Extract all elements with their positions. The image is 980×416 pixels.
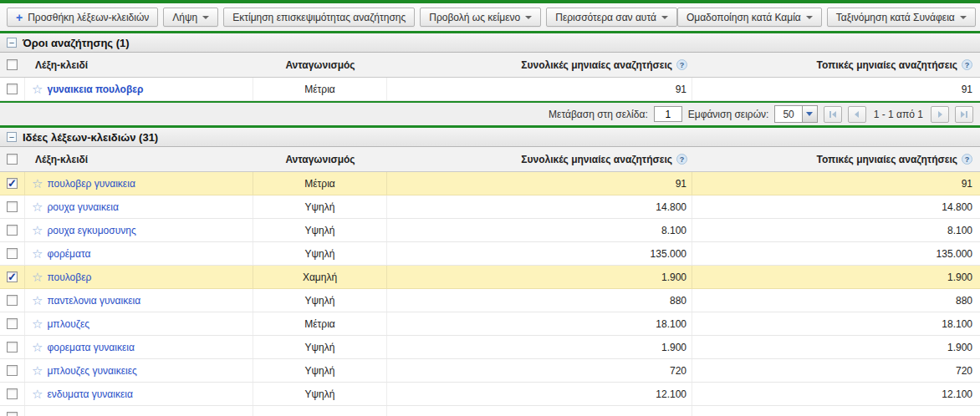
local-searches-cell: 135.000 xyxy=(692,242,980,265)
toolbar-button[interactable]: + Περισσότερα σαν αυτά xyxy=(546,8,677,27)
keyword-link[interactable]: μπλουζες xyxy=(47,318,89,330)
page-number-input[interactable] xyxy=(654,106,682,122)
chevron-down-icon xyxy=(661,16,668,19)
select-all-checkbox[interactable] xyxy=(7,59,18,70)
keyword-link[interactable]: ενδυματα γυναικεια xyxy=(47,388,132,400)
keyword-link[interactable]: γυναικεια πουλοβερ xyxy=(47,84,143,95)
collapse-icon[interactable]: − xyxy=(7,38,17,48)
section-title: Όροι αναζήτησης (1) xyxy=(23,37,130,49)
star-icon[interactable]: ☆ xyxy=(32,364,43,377)
star-icon[interactable]: ☆ xyxy=(32,271,43,283)
table-row: ☆ φορέματα Υψηλή 135.000 135.000 xyxy=(0,242,980,266)
next-page-button[interactable] xyxy=(931,106,949,123)
row-checkbox[interactable] xyxy=(7,271,18,282)
column-header-total-searches: Συνολικές μηνιαίες αναζητήσεις xyxy=(521,59,672,71)
toolbar-button[interactable]: + Ταξινόμηση κατά Συνάφεια xyxy=(827,8,976,27)
toolbar-left-group: + Προσθήκη λέξεων-κλειδιών + Λήψη + Εκτί… xyxy=(7,8,677,27)
local-searches-cell: 14.800 xyxy=(692,195,980,218)
star-icon[interactable]: ☆ xyxy=(32,177,43,190)
last-page-button[interactable] xyxy=(955,106,973,123)
table-row: ☆ μπλουζες Μέτρια 18.100 18.100 xyxy=(0,312,980,336)
keyword-link[interactable]: πουλοβερ xyxy=(47,271,91,283)
star-icon[interactable]: ☆ xyxy=(32,247,43,260)
toolbar-button[interactable]: + Προβολή ως κείμενο xyxy=(420,8,541,27)
row-checkbox[interactable] xyxy=(7,84,18,94)
keyword-link[interactable]: παντελονια γυναικεια xyxy=(47,295,140,307)
page-range-text: 1 - 1 από 1 xyxy=(874,109,923,120)
total-searches-cell: 12.100 xyxy=(387,383,692,405)
local-searches-cell: 8.100 xyxy=(692,219,980,241)
keyword-link[interactable]: πουλοβερ γυναικεια xyxy=(47,178,135,190)
local-searches-cell: 18.100 xyxy=(692,312,980,335)
row-checkbox[interactable] xyxy=(7,342,18,353)
table-row: ☆ ενδυματα γυναικεια Υψηλή 12.100 12.100 xyxy=(0,383,980,406)
collapse-icon[interactable]: − xyxy=(7,132,17,142)
table-header-keyword-ideas: Λέξη-κλειδί Ανταγωνισμός Συνολικές μηνια… xyxy=(0,147,980,172)
column-header-competition: Ανταγωνισμός xyxy=(285,59,355,71)
star-icon[interactable]: ☆ xyxy=(32,317,43,330)
first-page-button[interactable] xyxy=(824,106,842,123)
first-page-icon xyxy=(832,111,836,118)
help-icon[interactable]: ? xyxy=(676,59,687,70)
column-header-local-searches: Τοπικές μηνιαίες αναζητήσεις xyxy=(817,154,957,165)
section-title: Ιδέες λέξεων-κλειδιών (31) xyxy=(23,131,158,144)
row-checkbox[interactable] xyxy=(7,295,18,306)
rows-per-page-label: Εμφάνιση σειρών: xyxy=(688,109,769,120)
row-checkbox[interactable] xyxy=(7,412,18,416)
goto-page-label: Μετάβαση στη σελίδα: xyxy=(549,109,648,120)
next-page-icon xyxy=(938,111,942,118)
keyword-ideas-rows: ☆ πουλοβερ γυναικεια Μέτρια 91 91 ☆ ρουχ… xyxy=(0,172,980,406)
help-icon[interactable]: ? xyxy=(962,59,972,70)
row-checkbox[interactable] xyxy=(7,388,18,399)
total-searches-cell: 14.800 xyxy=(387,195,692,218)
toolbar-button[interactable]: + Λήψη xyxy=(163,8,218,27)
star-icon[interactable]: ☆ xyxy=(32,294,43,307)
row-checkbox[interactable] xyxy=(7,365,18,376)
local-searches-cell: 880 xyxy=(692,289,980,312)
table-row: ☆ πουλοβερ γυναικεια Μέτρια 91 91 xyxy=(0,172,980,195)
row-checkbox[interactable] xyxy=(7,201,18,212)
chevron-down-icon xyxy=(806,16,813,19)
rows-per-page-select[interactable]: 50 xyxy=(774,105,817,123)
star-icon[interactable]: ☆ xyxy=(32,224,43,236)
competition-cell: Υψηλή xyxy=(253,195,387,218)
column-header-keyword: Λέξη-κλειδί xyxy=(35,154,88,165)
competition-cell: Μέτρια xyxy=(253,78,387,100)
star-icon[interactable]: ☆ xyxy=(32,83,43,95)
table-row-partial xyxy=(0,406,980,416)
local-searches-cell: 91 xyxy=(692,78,980,100)
keyword-link[interactable]: ρουχα εγκυμοσυνης xyxy=(47,225,135,236)
competition-cell: Υψηλή xyxy=(253,359,387,382)
help-icon[interactable]: ? xyxy=(676,154,687,165)
keyword-link[interactable]: φορεματα γυναικεια xyxy=(47,342,134,353)
keyword-link[interactable]: ρουχα γυναικεια xyxy=(47,201,118,213)
row-checkbox[interactable] xyxy=(7,248,18,259)
star-icon[interactable]: ☆ xyxy=(32,388,43,400)
keyword-link[interactable]: φορέματα xyxy=(47,248,90,260)
row-checkbox[interactable] xyxy=(7,178,18,189)
table-row: ☆ πουλοβερ Χαμηλή 1.900 1.900 xyxy=(0,266,980,289)
row-checkbox[interactable] xyxy=(7,318,18,329)
rows-per-page-value: 50 xyxy=(775,106,801,122)
toolbar-button[interactable]: + Προσθήκη λέξεων-κλειδιών xyxy=(7,8,158,27)
row-checkbox[interactable] xyxy=(7,225,18,236)
help-icon[interactable]: ? xyxy=(962,154,972,165)
section-header-search-terms: − Όροι αναζήτησης (1) xyxy=(0,33,980,53)
toolbar-button[interactable]: + Ομαδοποίηση κατά Καμία xyxy=(677,8,822,27)
table-row: ☆ ρουχα γυναικεια Υψηλή 14.800 14.800 xyxy=(0,195,980,219)
pagination-bar: Μετάβαση στη σελίδα: Εμφάνιση σειρών: 50… xyxy=(0,103,980,128)
local-searches-cell: 12.100 xyxy=(692,383,980,405)
competition-cell: Υψηλή xyxy=(253,336,387,358)
select-all-checkbox[interactable] xyxy=(7,154,18,165)
total-searches-cell: 18.100 xyxy=(387,312,692,335)
competition-cell: Μέτρια xyxy=(253,172,387,195)
star-icon[interactable]: ☆ xyxy=(32,341,43,353)
table-row: ☆ μπλουζες γυναικειες Υψηλή 720 720 xyxy=(0,359,980,383)
previous-page-button[interactable] xyxy=(848,106,866,123)
star-icon[interactable]: ☆ xyxy=(32,200,43,213)
toolbar-button[interactable]: + Εκτίμηση επισκεψιμότητας αναζήτησης xyxy=(223,8,415,27)
toolbar-right-group: + Ομαδοποίηση κατά Καμία + Ταξινόμηση κα… xyxy=(677,8,980,27)
competition-cell: Χαμηλή xyxy=(253,266,387,288)
keyword-link[interactable]: μπλουζες γυναικειες xyxy=(47,365,136,377)
section-header-keyword-ideas: − Ιδέες λέξεων-κλειδιών (31) xyxy=(0,128,980,147)
